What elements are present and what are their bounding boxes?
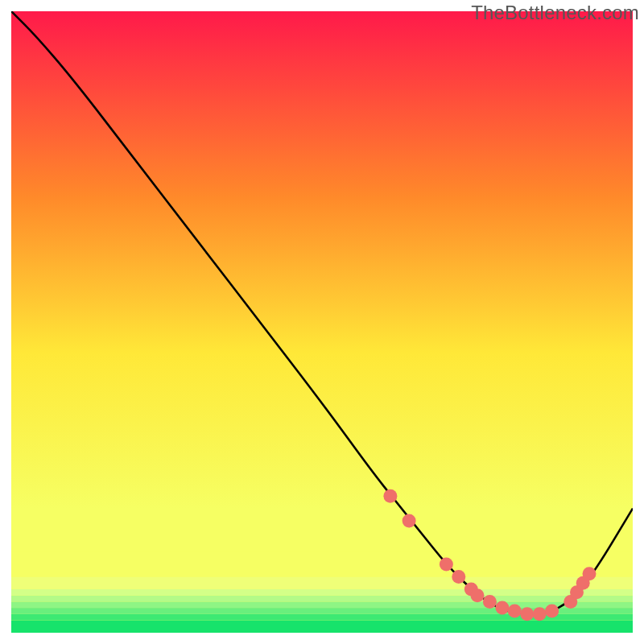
data-marker xyxy=(440,558,453,572)
watermark-text: TheBottleneck.com xyxy=(471,2,639,24)
data-marker xyxy=(520,607,534,621)
data-marker xyxy=(533,607,547,621)
color-band xyxy=(11,621,633,633)
color-band xyxy=(11,552,633,577)
data-marker xyxy=(495,601,509,615)
plot-area xyxy=(11,11,633,633)
gradient-background xyxy=(11,11,633,633)
chart-stage: TheBottleneck.com xyxy=(0,0,644,644)
chart-svg xyxy=(11,11,633,633)
data-marker xyxy=(383,489,397,503)
color-band xyxy=(11,577,633,589)
color-band xyxy=(11,596,633,602)
data-marker xyxy=(545,605,559,618)
data-marker xyxy=(508,605,522,618)
color-band xyxy=(11,589,633,596)
data-marker xyxy=(583,567,597,580)
color-band xyxy=(11,601,633,608)
data-marker xyxy=(402,514,416,528)
data-marker xyxy=(471,588,485,602)
data-marker xyxy=(452,570,465,584)
data-marker xyxy=(483,595,497,609)
